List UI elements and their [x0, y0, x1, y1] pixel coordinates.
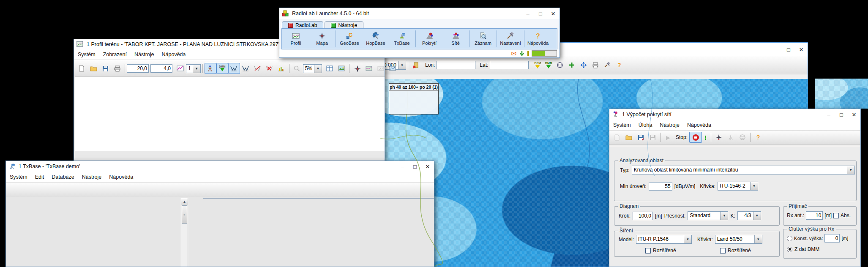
txbase-menu-4[interactable]: Nápověda — [105, 173, 137, 181]
scroll-up-button[interactable]: ▲ — [181, 198, 188, 205]
txbase-menu-0[interactable]: Systém — [6, 173, 31, 181]
launcher-button-geobase[interactable]: GGeoBase — [336, 30, 363, 48]
chevron-down-icon[interactable]: ▼ — [754, 235, 762, 243]
launcher-button-sítě[interactable]: Sítě — [442, 30, 469, 48]
param1-input[interactable] — [127, 64, 149, 73]
k-combo[interactable]: 4/3 ▼ — [737, 211, 761, 220]
chevron-down-icon[interactable]: ▼ — [193, 65, 200, 73]
from-dmm-radio[interactable] — [787, 247, 792, 252]
zoom-button[interactable] — [291, 63, 303, 74]
launcher-button-nastavení[interactable]: Nastavení — [497, 30, 524, 48]
chevron-down-icon[interactable]: ▼ — [750, 182, 758, 190]
profile-style-button[interactable] — [174, 63, 186, 74]
print-button[interactable] — [590, 60, 601, 71]
prop-curve-combo[interactable]: Land 50/50 ▼ — [715, 235, 762, 244]
launcher-button-pokrytí[interactable]: Pokrytí — [416, 30, 442, 48]
const-height-input[interactable] — [824, 234, 840, 242]
new-button[interactable] — [611, 132, 623, 143]
clear-profile-button[interactable] — [264, 63, 276, 74]
abs-checkbox[interactable] — [833, 213, 839, 218]
add-layer-button[interactable] — [566, 60, 578, 71]
los-line-button[interactable] — [252, 63, 264, 74]
delete-bookmark-button[interactable] — [410, 60, 422, 71]
chevron-down-icon[interactable]: ▼ — [753, 212, 761, 220]
launcher-button-mapa[interactable]: Mapa — [309, 30, 335, 48]
coverage-menu-0[interactable]: Systém — [609, 121, 635, 129]
txbase-menu-1[interactable]: Edit — [31, 173, 48, 181]
dmm-layer-button[interactable]: DMM — [543, 60, 554, 70]
channel-combo[interactable]: 1▼ — [186, 64, 201, 73]
help-button[interactable]: ? — [613, 60, 625, 71]
min-level-input[interactable] — [649, 182, 672, 191]
save-button[interactable] — [99, 63, 111, 74]
chevron-down-icon[interactable]: ▼ — [398, 61, 406, 69]
maximize-button[interactable]: □ — [835, 109, 848, 120]
layers-button[interactable] — [554, 60, 566, 71]
tools-button[interactable] — [601, 60, 613, 71]
maximize-button[interactable]: □ — [534, 8, 547, 19]
profil-menu-2[interactable]: Nástroje — [131, 50, 158, 59]
txbase-titlebar[interactable]: 1 TxBase - 'TxBase demo' – □ ✕ — [6, 161, 434, 172]
profil-menu-3[interactable]: Nápověda — [158, 50, 190, 59]
txbase-menu-2[interactable]: Databáze — [48, 173, 78, 181]
dem-layer-button[interactable]: DEM — [532, 60, 543, 70]
minimize-button[interactable]: – — [770, 43, 782, 56]
pan-button[interactable] — [578, 60, 590, 71]
maximize-button[interactable]: □ — [782, 43, 795, 56]
map-locate-button[interactable] — [351, 63, 363, 74]
antenna-button[interactable] — [725, 132, 737, 143]
launcher-button-txbase[interactable]: TxBase — [389, 30, 415, 48]
rx-ant-input[interactable] — [806, 211, 823, 220]
launcher-button-hopbase[interactable]: HopBase — [363, 30, 389, 48]
chevron-down-icon[interactable]: ▼ — [314, 65, 322, 73]
launcher-titlebar[interactable]: RadioLab Launcher 4.5.0 - 64 bit – □ ✕ — [279, 8, 560, 19]
curve-combo[interactable]: ITU-1546-2 ▼ — [718, 182, 758, 191]
save-all-button[interactable] — [647, 132, 658, 143]
extended2-checkbox[interactable] — [720, 248, 726, 253]
map-locate-button[interactable] — [713, 132, 725, 143]
export-image-button[interactable] — [336, 63, 347, 74]
maximize-button[interactable]: □ — [409, 161, 421, 172]
map-export-button[interactable] — [387, 63, 399, 74]
map-path-button[interactable] — [375, 63, 387, 74]
coverage-titlebar[interactable]: 1 Výpočet pokrytí sítí – □ ✕ — [609, 109, 860, 120]
chevron-down-icon[interactable]: ▼ — [847, 166, 854, 174]
chevron-down-icon[interactable]: ▼ — [720, 212, 728, 220]
area-type-combo[interactable]: Kruhová oblast limitovaná minimální inte… — [632, 166, 855, 174]
help-button[interactable]: ? — [752, 132, 764, 143]
close-button[interactable]: ✕ — [421, 161, 434, 172]
zoom-combo[interactable]: 5%▼ — [303, 64, 322, 73]
dmm-toggle[interactable]: DMM — [216, 63, 228, 74]
table-scrollbar[interactable]: ▲ ≡ — [181, 198, 188, 267]
new-button[interactable] — [76, 63, 87, 74]
txbase-menu-3[interactable]: Nástroje — [78, 173, 106, 181]
close-button[interactable]: ✕ — [547, 8, 560, 19]
minimize-button[interactable]: – — [822, 109, 835, 120]
fresnel-toggle[interactable] — [228, 63, 240, 74]
coverage-legend[interactable]: ph 40 az 100+ po 20 (1) — [389, 83, 439, 114]
envelope-icon[interactable]: ✉ — [511, 51, 516, 57]
clutter-bars-button[interactable] — [276, 63, 287, 74]
globe-button[interactable] — [737, 132, 748, 143]
stop-button[interactable] — [689, 132, 702, 143]
coverage-menu-1[interactable]: Úloha — [635, 121, 656, 129]
close-button[interactable]: ✕ — [795, 43, 808, 56]
map-fragment-window[interactable] — [815, 79, 868, 109]
extended1-checkbox[interactable] — [645, 248, 651, 253]
step-input[interactable] — [633, 212, 653, 220]
coverage-menu-3[interactable]: Nápověda — [683, 121, 715, 129]
print-button[interactable] — [111, 63, 123, 74]
run-button[interactable]: ▶ — [662, 132, 674, 143]
chevron-down-icon[interactable]: ▼ — [684, 235, 691, 243]
data-table-button[interactable] — [324, 63, 336, 74]
precision-combo[interactable]: Standard ▼ — [688, 211, 728, 220]
lat-input[interactable] — [490, 61, 529, 69]
coverage-menu-2[interactable]: Nástroje — [656, 121, 683, 129]
download-arrow-icon[interactable] — [519, 51, 525, 57]
open-button[interactable] — [87, 63, 99, 74]
close-button[interactable]: ✕ — [848, 109, 860, 120]
save-button[interactable] — [635, 132, 647, 143]
alert-exclaim-icon[interactable]: ! — [704, 134, 707, 141]
profile-view-button[interactable] — [240, 63, 252, 74]
param2-input[interactable] — [150, 64, 172, 73]
